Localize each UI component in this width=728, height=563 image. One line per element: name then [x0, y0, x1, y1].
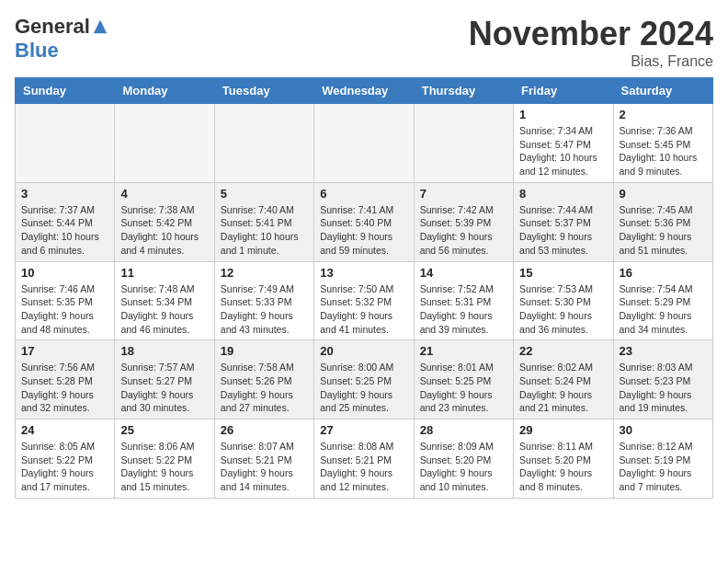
day-number: 3	[21, 187, 108, 201]
calendar-week-row: 1Sunrise: 7:34 AM Sunset: 5:47 PM Daylig…	[16, 104, 713, 183]
calendar-week-row: 17Sunrise: 7:56 AM Sunset: 5:28 PM Dayli…	[16, 340, 713, 419]
calendar-cell: 19Sunrise: 7:58 AM Sunset: 5:26 PM Dayli…	[214, 340, 313, 419]
day-number: 19	[221, 344, 308, 358]
calendar-table: SundayMondayTuesdayWednesdayThursdayFrid…	[15, 77, 713, 499]
day-number: 15	[519, 266, 607, 280]
day-info: Sunrise: 8:05 AM Sunset: 5:22 PM Dayligh…	[21, 440, 108, 494]
day-info: Sunrise: 7:46 AM Sunset: 5:35 PM Dayligh…	[21, 282, 108, 337]
day-number: 11	[120, 266, 208, 280]
calendar-cell: 8Sunrise: 7:44 AM Sunset: 5:37 PM Daylig…	[514, 182, 613, 261]
day-number: 22	[519, 344, 607, 358]
calendar-cell: 27Sunrise: 8:08 AM Sunset: 5:21 PM Dayli…	[314, 419, 414, 499]
day-number: 4	[120, 187, 208, 201]
calendar-cell: 30Sunrise: 8:12 AM Sunset: 5:19 PM Dayli…	[613, 419, 712, 499]
weekday-header-sunday: Sunday	[16, 78, 115, 104]
svg-marker-0	[94, 20, 107, 33]
calendar-cell: 9Sunrise: 7:45 AM Sunset: 5:36 PM Daylig…	[613, 182, 712, 261]
day-number: 24	[21, 423, 108, 437]
day-info: Sunrise: 7:34 AM Sunset: 5:47 PM Dayligh…	[519, 124, 607, 178]
calendar-cell: 6Sunrise: 7:41 AM Sunset: 5:40 PM Daylig…	[314, 182, 414, 261]
logo-blue-text: Blue	[15, 39, 59, 63]
day-number: 9	[620, 187, 707, 201]
calendar-cell: 23Sunrise: 8:03 AM Sunset: 5:23 PM Dayli…	[613, 340, 712, 419]
day-info: Sunrise: 7:45 AM Sunset: 5:36 PM Dayligh…	[620, 203, 707, 258]
day-number: 28	[420, 423, 507, 437]
day-number: 17	[21, 344, 108, 358]
day-info: Sunrise: 8:11 AM Sunset: 5:20 PM Dayligh…	[519, 440, 607, 494]
day-number: 12	[221, 266, 308, 280]
calendar-cell: 1Sunrise: 7:34 AM Sunset: 5:47 PM Daylig…	[514, 104, 613, 183]
day-info: Sunrise: 7:54 AM Sunset: 5:29 PM Dayligh…	[620, 282, 707, 337]
calendar-cell: 17Sunrise: 7:56 AM Sunset: 5:28 PM Dayli…	[16, 340, 115, 419]
day-number: 16	[620, 266, 707, 280]
day-info: Sunrise: 7:57 AM Sunset: 5:27 PM Dayligh…	[120, 361, 208, 415]
day-info: Sunrise: 7:49 AM Sunset: 5:33 PM Dayligh…	[221, 282, 308, 337]
weekday-header-saturday: Saturday	[613, 78, 712, 104]
calendar-cell: 28Sunrise: 8:09 AM Sunset: 5:20 PM Dayli…	[414, 419, 513, 499]
calendar-cell	[115, 104, 214, 183]
day-info: Sunrise: 7:44 AM Sunset: 5:37 PM Dayligh…	[519, 203, 607, 258]
weekday-header-row: SundayMondayTuesdayWednesdayThursdayFrid…	[16, 78, 713, 104]
day-info: Sunrise: 8:00 AM Sunset: 5:25 PM Dayligh…	[320, 361, 407, 415]
day-number: 5	[221, 187, 308, 201]
calendar-cell: 29Sunrise: 8:11 AM Sunset: 5:20 PM Dayli…	[514, 419, 613, 499]
calendar-cell: 2Sunrise: 7:36 AM Sunset: 5:45 PM Daylig…	[613, 104, 712, 183]
location: Bias, France	[469, 53, 713, 70]
calendar-cell: 11Sunrise: 7:48 AM Sunset: 5:34 PM Dayli…	[115, 261, 214, 340]
day-number: 27	[320, 423, 407, 437]
calendar-cell	[16, 104, 115, 183]
day-info: Sunrise: 7:36 AM Sunset: 5:45 PM Dayligh…	[620, 124, 707, 178]
calendar-cell: 16Sunrise: 7:54 AM Sunset: 5:29 PM Dayli…	[613, 261, 712, 340]
day-number: 6	[320, 187, 407, 201]
day-info: Sunrise: 7:42 AM Sunset: 5:39 PM Dayligh…	[420, 203, 507, 258]
page-header: General Blue November 2024 Bias, France	[15, 15, 713, 70]
logo-icon	[92, 18, 108, 35]
day-number: 7	[420, 187, 507, 201]
logo: General Blue	[15, 15, 108, 63]
day-number: 13	[320, 266, 407, 280]
day-info: Sunrise: 8:02 AM Sunset: 5:24 PM Dayligh…	[519, 361, 607, 415]
calendar-cell: 10Sunrise: 7:46 AM Sunset: 5:35 PM Dayli…	[16, 261, 115, 340]
day-info: Sunrise: 7:40 AM Sunset: 5:41 PM Dayligh…	[221, 203, 308, 258]
month-title: November 2024	[469, 15, 713, 53]
calendar-cell: 13Sunrise: 7:50 AM Sunset: 5:32 PM Dayli…	[314, 261, 414, 340]
calendar-cell: 7Sunrise: 7:42 AM Sunset: 5:39 PM Daylig…	[414, 182, 513, 261]
calendar-cell: 25Sunrise: 8:06 AM Sunset: 5:22 PM Dayli…	[115, 419, 214, 499]
day-info: Sunrise: 7:41 AM Sunset: 5:40 PM Dayligh…	[320, 203, 407, 258]
day-number: 8	[519, 187, 607, 201]
weekday-header-friday: Friday	[514, 78, 613, 104]
day-info: Sunrise: 8:07 AM Sunset: 5:21 PM Dayligh…	[221, 440, 308, 494]
day-info: Sunrise: 7:38 AM Sunset: 5:42 PM Dayligh…	[120, 203, 208, 258]
day-info: Sunrise: 7:56 AM Sunset: 5:28 PM Dayligh…	[21, 361, 108, 415]
weekday-header-wednesday: Wednesday	[314, 78, 414, 104]
day-info: Sunrise: 8:09 AM Sunset: 5:20 PM Dayligh…	[420, 440, 507, 494]
day-number: 2	[620, 108, 707, 121]
day-number: 23	[620, 344, 707, 358]
day-number: 14	[420, 266, 507, 280]
calendar-cell: 15Sunrise: 7:53 AM Sunset: 5:30 PM Dayli…	[514, 261, 613, 340]
day-number: 21	[420, 344, 507, 358]
calendar-cell: 26Sunrise: 8:07 AM Sunset: 5:21 PM Dayli…	[214, 419, 313, 499]
day-number: 25	[120, 423, 208, 437]
day-number: 20	[320, 344, 407, 358]
day-info: Sunrise: 8:08 AM Sunset: 5:21 PM Dayligh…	[320, 440, 407, 494]
calendar-cell: 4Sunrise: 7:38 AM Sunset: 5:42 PM Daylig…	[115, 182, 214, 261]
day-info: Sunrise: 7:58 AM Sunset: 5:26 PM Dayligh…	[221, 361, 308, 415]
day-info: Sunrise: 7:50 AM Sunset: 5:32 PM Dayligh…	[320, 282, 407, 337]
day-number: 26	[221, 423, 308, 437]
calendar-cell: 22Sunrise: 8:02 AM Sunset: 5:24 PM Dayli…	[514, 340, 613, 419]
day-number: 10	[21, 266, 108, 280]
calendar-cell: 12Sunrise: 7:49 AM Sunset: 5:33 PM Dayli…	[214, 261, 313, 340]
calendar-cell: 14Sunrise: 7:52 AM Sunset: 5:31 PM Dayli…	[414, 261, 513, 340]
calendar-week-row: 24Sunrise: 8:05 AM Sunset: 5:22 PM Dayli…	[16, 419, 713, 499]
day-info: Sunrise: 8:01 AM Sunset: 5:25 PM Dayligh…	[420, 361, 507, 415]
day-number: 18	[120, 344, 208, 358]
day-info: Sunrise: 7:48 AM Sunset: 5:34 PM Dayligh…	[120, 282, 208, 337]
calendar-week-row: 3Sunrise: 7:37 AM Sunset: 5:44 PM Daylig…	[16, 182, 713, 261]
calendar-cell: 20Sunrise: 8:00 AM Sunset: 5:25 PM Dayli…	[314, 340, 414, 419]
day-info: Sunrise: 7:52 AM Sunset: 5:31 PM Dayligh…	[420, 282, 507, 337]
calendar-cell: 21Sunrise: 8:01 AM Sunset: 5:25 PM Dayli…	[414, 340, 513, 419]
calendar-cell: 3Sunrise: 7:37 AM Sunset: 5:44 PM Daylig…	[16, 182, 115, 261]
calendar-cell	[414, 104, 513, 183]
day-number: 30	[620, 423, 707, 437]
